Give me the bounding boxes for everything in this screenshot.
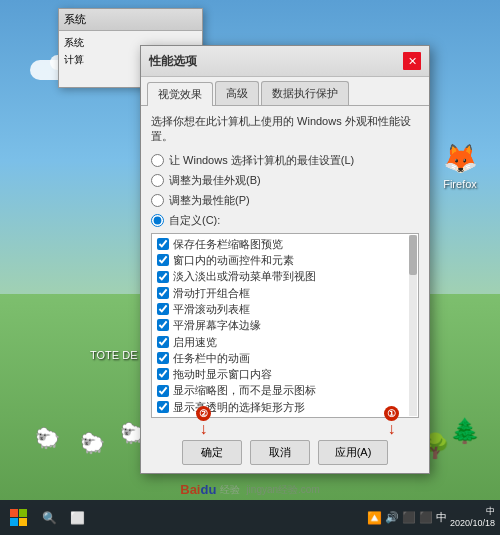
taskbar-right: 🔼 🔊 ⬛ ⬛ 中 中 2020/10/18 xyxy=(367,506,495,529)
dialog-close-button[interactable]: ✕ xyxy=(403,52,421,70)
tab-data-execution[interactable]: 数据执行保护 xyxy=(261,81,349,105)
cb-item-2[interactable]: 淡入淡出或滑动菜单带到视图 xyxy=(154,268,416,284)
search-taskbar-icon[interactable]: 🔍 xyxy=(37,506,61,530)
checkbox-list: 保存任务栏缩略图预览 窗口内的动画控件和元素 淡入淡出或滑动菜单带到视图 滑动打… xyxy=(151,233,419,418)
scrollbar[interactable] xyxy=(409,235,417,416)
scrollbar-thumb[interactable] xyxy=(409,235,417,275)
baidu-watermark: Bai du 经验 jingyan经验.com xyxy=(0,482,500,497)
dialog-titlebar: 性能选项 ✕ xyxy=(141,46,429,77)
cb-item-11[interactable]: 在窗口下显示阴影 xyxy=(154,415,416,418)
cb-item-1[interactable]: 窗口内的动画控件和元素 xyxy=(154,252,416,268)
dialog-description: 选择你想在此计算机上使用的 Windows 外观和性能设置。 xyxy=(151,114,419,145)
ok-button[interactable]: 确定 xyxy=(182,440,242,465)
dialog-content: 选择你想在此计算机上使用的 Windows 外观和性能设置。 让 Windows… xyxy=(141,106,429,434)
badge-2: ② xyxy=(196,406,211,421)
taskbar-datetime[interactable]: 中 2020/10/18 xyxy=(450,506,495,529)
badge-1: ① xyxy=(384,406,399,421)
task-view-icon[interactable]: ⬜ xyxy=(65,506,89,530)
radio-option-4[interactable]: 自定义(C): xyxy=(151,213,419,228)
cb-item-0[interactable]: 保存任务栏缩略图预览 xyxy=(154,236,416,252)
sheep-1: 🐑 xyxy=(35,426,60,450)
arrow-2-indicator: ② ↓ xyxy=(196,406,211,437)
taskbar: 🔍 ⬜ 🔼 🔊 ⬛ ⬛ 中 中 2020/10/18 xyxy=(0,500,500,535)
arrow-2-down: ↓ xyxy=(200,421,208,437)
dialog-title: 性能选项 xyxy=(149,53,197,70)
svg-rect-0 xyxy=(10,509,18,517)
tree-2: 🌲 xyxy=(450,417,480,445)
sheep-2: 🐑 xyxy=(80,431,105,455)
desktop: 🐑 🐑 🐑 🌳 🌲 💻 此电脑 TOTE DE 🦊 Firefox 系统 系统 … xyxy=(0,0,500,535)
arrow-1-down: ↓ xyxy=(388,421,396,437)
speaker-tray-icon[interactable]: 🔊 xyxy=(385,511,399,524)
firefox-desktop-icon[interactable]: 🦊 Firefox xyxy=(430,140,490,191)
firefox-icon-label: Firefox xyxy=(443,178,477,191)
taskbar-date: 2020/10/18 xyxy=(450,518,495,530)
cb-item-7[interactable]: 任务栏中的动画 xyxy=(154,350,416,366)
cancel-button[interactable]: 取消 xyxy=(250,440,310,465)
dialog-buttons: ② ↓ ① ↓ 确定 取消 应用(A) xyxy=(141,434,429,473)
windows-logo-icon xyxy=(10,509,28,527)
cb-item-8[interactable]: 拖动时显示窗口内容 xyxy=(154,366,416,382)
start-button[interactable] xyxy=(5,504,33,532)
taskbar-time: 中 xyxy=(486,506,495,518)
radio-option-3[interactable]: 调整为最性能(P) xyxy=(151,193,419,208)
svg-rect-1 xyxy=(19,509,27,517)
apply-button[interactable]: 应用(A) xyxy=(318,440,389,465)
cb-item-5[interactable]: 平滑屏幕字体边缘 xyxy=(154,317,416,333)
radio-option-2[interactable]: 调整为最佳外观(B) xyxy=(151,173,419,188)
svg-rect-2 xyxy=(10,518,18,526)
taskbar-left: 🔍 ⬜ xyxy=(5,504,89,532)
tray-icons: 🔼 🔊 ⬛ ⬛ 中 xyxy=(367,510,447,525)
cb-item-10[interactable]: 显示亮透明的选择矩形方形 xyxy=(154,399,416,415)
input-method-icon[interactable]: 中 xyxy=(436,510,447,525)
notification-tray-icon[interactable]: ⬛ xyxy=(419,511,433,524)
cb-item-3[interactable]: 滑动打开组合框 xyxy=(154,285,416,301)
firefox-icon: 🦊 xyxy=(442,140,478,176)
network-tray-icon[interactable]: 🔼 xyxy=(367,511,382,525)
tote-de-label: TOTE DE xyxy=(90,349,137,361)
tab-visual-effects[interactable]: 视觉效果 xyxy=(147,82,213,106)
radio-option-1[interactable]: 让 Windows 选择计算机的最佳设置(L) xyxy=(151,153,419,168)
battery-tray-icon[interactable]: ⬛ xyxy=(402,511,416,524)
cb-item-4[interactable]: 平滑滚动列表框 xyxy=(154,301,416,317)
cb-item-6[interactable]: 启用速览 xyxy=(154,334,416,350)
cb-item-9[interactable]: 显示缩略图，而不是显示图标 xyxy=(154,382,416,398)
dialog-tabs: 视觉效果 高级 数据执行保护 xyxy=(141,77,429,106)
tab-advanced[interactable]: 高级 xyxy=(215,81,259,105)
arrow-1-indicator: ① ↓ xyxy=(384,406,399,437)
svg-rect-3 xyxy=(19,518,27,526)
system-dialog-title: 系统 xyxy=(59,9,202,31)
performance-dialog: 性能选项 ✕ 视觉效果 高级 数据执行保护 选择你想在此计算机上使用的 Wind… xyxy=(140,45,430,474)
